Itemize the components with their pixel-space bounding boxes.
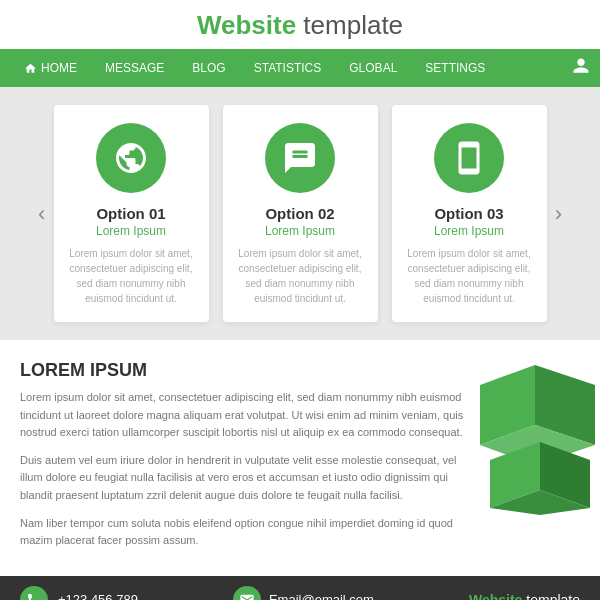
content-paragraph-1: Lorem ipsum dolor sit amet, consectetuer… <box>20 389 470 442</box>
card-1: Option 01 Lorem Ipsum Lorem ipsum dolor … <box>54 105 209 322</box>
email-icon <box>233 586 261 600</box>
header: Website template <box>0 0 600 49</box>
phone-icon <box>20 586 48 600</box>
card-3-subtitle: Lorem Ipsum <box>434 224 504 238</box>
card-3: Option 03 Lorem Ipsum Lorem ipsum dolor … <box>392 105 547 322</box>
email-address: Email@email.com <box>269 592 374 600</box>
card-2: Option 02 Lorem Ipsum Lorem ipsum dolor … <box>223 105 378 322</box>
content-paragraph-3: Nam liber tempor cum soluta nobis eleife… <box>20 515 470 550</box>
content-heading: LOREM IPSUM <box>20 360 470 381</box>
footer: +123 456 789 Email@email.com Website tem… <box>0 576 600 600</box>
content-text: LOREM IPSUM Lorem ipsum dolor sit amet, … <box>20 360 480 560</box>
content-paragraph-2: Duis autem vel eum iriure dolor in hendr… <box>20 452 470 505</box>
card-3-icon <box>434 123 504 193</box>
prev-arrow[interactable]: ‹ <box>30 201 53 227</box>
card-2-title: Option 02 <box>265 205 334 222</box>
card-1-title: Option 01 <box>96 205 165 222</box>
card-2-text: Lorem ipsum dolor sit amet, consectetuer… <box>237 246 364 306</box>
user-icon[interactable] <box>572 57 590 79</box>
title-bold: Website <box>197 10 296 40</box>
next-arrow[interactable]: › <box>547 201 570 227</box>
footer-email: Email@email.com <box>233 586 374 600</box>
boxes-decoration <box>480 360 580 560</box>
nav-item-statistics[interactable]: STATISTICS <box>240 49 336 87</box>
title-normal: template <box>296 10 403 40</box>
cards-container: Option 01 Lorem Ipsum Lorem ipsum dolor … <box>53 105 546 322</box>
nav-item-blog[interactable]: BLOG <box>178 49 239 87</box>
nav-item-global[interactable]: GLOBAL <box>335 49 411 87</box>
page-title: Website template <box>0 10 600 41</box>
nav-bar: HOME MESSAGE BLOG STATISTICS GLOBAL SETT… <box>0 49 600 87</box>
footer-brand-bold: Website <box>469 592 522 600</box>
card-1-subtitle: Lorem Ipsum <box>96 224 166 238</box>
content-section: LOREM IPSUM Lorem ipsum dolor sit amet, … <box>0 340 600 576</box>
nav-items: HOME MESSAGE BLOG STATISTICS GLOBAL SETT… <box>10 49 499 87</box>
card-1-icon <box>96 123 166 193</box>
card-2-subtitle: Lorem Ipsum <box>265 224 335 238</box>
nav-item-home[interactable]: HOME <box>10 49 91 87</box>
nav-item-message[interactable]: MESSAGE <box>91 49 178 87</box>
card-3-text: Lorem ipsum dolor sit amet, consectetuer… <box>406 246 533 306</box>
phone-number: +123 456 789 <box>58 592 138 600</box>
3d-boxes-svg <box>480 360 595 515</box>
footer-brand: Website template <box>469 592 580 600</box>
nav-item-settings[interactable]: SETTINGS <box>411 49 499 87</box>
card-3-title: Option 03 <box>434 205 503 222</box>
card-1-text: Lorem ipsum dolor sit amet, consectetuer… <box>68 246 195 306</box>
cards-section: ‹ Option 01 Lorem Ipsum Lorem ipsum dolo… <box>0 87 600 340</box>
card-2-icon <box>265 123 335 193</box>
footer-brand-normal: template <box>522 592 580 600</box>
footer-phone: +123 456 789 <box>20 586 138 600</box>
